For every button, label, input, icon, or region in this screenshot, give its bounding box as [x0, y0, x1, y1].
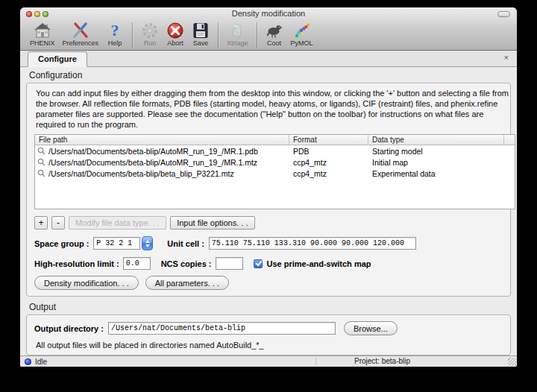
toolbar-label: Preferences	[63, 39, 99, 47]
table-header-row: File path Format Data type	[35, 135, 515, 145]
toolbar-button-coot[interactable]: Coot	[262, 22, 287, 47]
file-path-cell: /Users/nat/Documents/beta-blip/AutoMR_ru…	[48, 158, 257, 167]
save-floppy-icon	[192, 22, 210, 39]
toolbar-button-pymol[interactable]: PyMOL	[287, 22, 317, 47]
add-file-button[interactable]: +	[34, 216, 48, 230]
unit-cell-label: Unit cell :	[167, 239, 204, 248]
parameter-buttons-row: Density modification. . . All parameters…	[34, 276, 503, 290]
status-text: Idle	[35, 358, 47, 366]
column-header-format[interactable]: Format	[289, 135, 368, 145]
unit-cell-input[interactable]	[209, 237, 416, 250]
pymol-icon	[293, 22, 311, 39]
tab-strip: Configure ×	[20, 51, 517, 67]
stepper-down-icon	[145, 244, 150, 247]
toolbar-button-save[interactable]: Save	[188, 22, 213, 47]
status-dot-icon	[25, 358, 31, 365]
abort-icon	[166, 22, 184, 39]
stepper-up-icon	[145, 240, 150, 243]
toolbar-button-phenix[interactable]: PHENIX	[26, 22, 59, 47]
all-parameters-button[interactable]: All parameters. . .	[145, 276, 229, 290]
toolbar-separator	[257, 22, 257, 48]
instructions-text: You can add input files by either draggi…	[36, 89, 515, 130]
data-type-cell: Starting model	[368, 147, 504, 156]
column-header-blank	[504, 135, 515, 145]
format-cell: PDB	[289, 147, 368, 156]
ncs-copies-label: NCS copies :	[161, 259, 212, 268]
toolbar-separator	[218, 22, 219, 48]
output-directory-row: Output directory : Browse...	[34, 321, 503, 335]
tab-configure[interactable]: Configure	[28, 51, 87, 67]
prime-and-switch-label: Use prime-and-switch map	[267, 259, 371, 268]
file-table-actions: + - Modify file data type. . . Input fil…	[34, 216, 503, 230]
configuration-heading: Configuration	[29, 70, 517, 80]
format-cell: ccp4_mtz	[289, 169, 368, 178]
tab-close-icon[interactable]: ×	[504, 54, 509, 62]
window-title: Density modification	[20, 9, 517, 18]
toolbar-button-run[interactable]: Run	[137, 22, 163, 47]
toolbar-label: Help	[108, 39, 122, 47]
phenix-home-icon	[34, 22, 51, 39]
status-bar: Idle Project: beta-blip	[20, 355, 517, 367]
toolbar-label: Run	[144, 39, 157, 47]
output-directory-label: Output directory :	[34, 324, 104, 333]
modify-file-data-type-button[interactable]: Modify file data type. . .	[69, 216, 166, 230]
toolbar-button-help[interactable]: ? Help	[102, 22, 128, 47]
window-chrome: Density modification PHENIX	[20, 7, 517, 51]
toolbar-label: Save	[193, 39, 209, 47]
toolbar-button-preferences[interactable]: Preferences	[59, 22, 103, 47]
ncs-copies-input[interactable]	[216, 257, 243, 270]
data-type-cell: Initial map	[368, 158, 504, 167]
toolbar-label: PyMOL	[291, 39, 313, 47]
preferences-tools-icon	[72, 22, 90, 39]
data-type-cell: Experimental data	[368, 169, 504, 178]
title-bar[interactable]: Density modification	[20, 7, 517, 21]
output-heading: Output	[29, 302, 517, 312]
toolbar-label: Abort	[167, 39, 183, 47]
toolbar: PHENIX Preferences ? He	[20, 21, 517, 51]
input-files-table[interactable]: File path Format Data type /Users/nat/Do…	[34, 134, 515, 209]
help-question-icon: ?	[106, 22, 124, 39]
column-header-data-type[interactable]: Data type	[368, 135, 504, 145]
toolbar-button-xtriage[interactable]: Xtriage	[223, 22, 252, 47]
space-group-input[interactable]	[93, 237, 140, 250]
xtriage-crystal-icon	[228, 22, 246, 39]
high-resolution-label: High-resolution limit :	[34, 259, 119, 268]
toolbar-label: PHENIX	[30, 39, 55, 47]
table-row[interactable]: /Users/nat/Documents/beta-blip/AutoMR_ru…	[35, 157, 515, 168]
space-group-stepper[interactable]	[142, 236, 153, 250]
run-gear-icon	[141, 22, 159, 39]
symmetry-row: Space group : Unit cell :	[34, 236, 503, 250]
resolution-row: High-resolution limit : NCS copies : Use…	[34, 257, 503, 270]
column-header-file-path[interactable]: File path	[35, 135, 289, 145]
high-resolution-input[interactable]	[123, 257, 151, 270]
coot-bird-icon	[266, 22, 283, 39]
table-row[interactable]: /Users/nat/Documents/beta-blip/beta_blip…	[35, 168, 515, 179]
toolbar-label: Xtriage	[227, 39, 248, 47]
project-label: Project: beta-blip	[354, 357, 410, 365]
output-note: All output files will be placed in direc…	[36, 341, 503, 350]
density-modification-window: Density modification PHENIX	[20, 7, 517, 367]
status-bar-divider	[315, 358, 316, 365]
resize-grip[interactable]	[508, 358, 516, 366]
svg-text:?: ?	[111, 22, 119, 39]
toolbar-label: Coot	[267, 39, 281, 47]
input-file-options-button[interactable]: Input file options. . .	[170, 216, 254, 230]
configuration-groupbox: You can add input files by either draggi…	[26, 83, 511, 297]
magnifier-icon[interactable]	[37, 147, 45, 155]
browse-button[interactable]: Browse...	[344, 321, 398, 335]
file-path-cell: /Users/nat/Documents/beta-blip/AutoMR_ru…	[48, 147, 258, 156]
remove-file-button[interactable]: -	[51, 216, 65, 230]
output-groupbox: Output directory : Browse... All output …	[26, 314, 511, 355]
magnifier-icon[interactable]	[37, 169, 45, 177]
toolbar-separator	[132, 22, 133, 48]
output-directory-input[interactable]	[108, 322, 336, 335]
toolbar-toggle-button[interactable]	[497, 11, 510, 17]
toolbar-button-abort[interactable]: Abort	[163, 22, 188, 47]
prime-and-switch-checkbox[interactable]	[254, 259, 263, 268]
configure-panel: Configuration You can add input files by…	[20, 67, 517, 355]
magnifier-icon[interactable]	[37, 158, 45, 166]
space-group-label: Space group :	[34, 239, 89, 248]
table-row[interactable]: /Users/nat/Documents/beta-blip/AutoMR_ru…	[35, 145, 515, 157]
file-path-cell: /Users/nat/Documents/beta-blip/beta_blip…	[48, 169, 234, 178]
density-modification-button[interactable]: Density modification. . .	[34, 276, 139, 290]
